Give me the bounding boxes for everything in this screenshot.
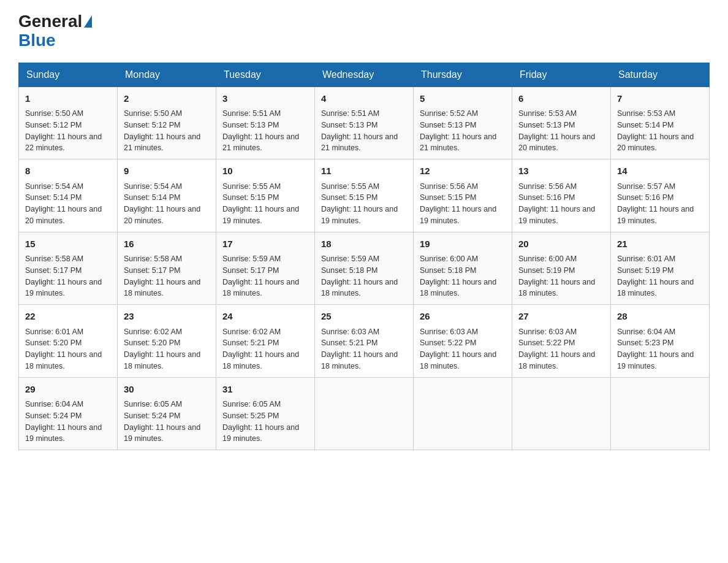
day-number: 21: [617, 237, 703, 251]
calendar-cell: 7Sunrise: 5:53 AMSunset: 5:14 PMDaylight…: [611, 86, 710, 159]
daylight-info: Daylight: 11 hours and 18 minutes.: [420, 278, 496, 298]
daylight-info: Daylight: 11 hours and 18 minutes.: [518, 350, 595, 370]
calendar-cell: 18Sunrise: 5:59 AMSunset: 5:18 PMDayligh…: [315, 232, 414, 305]
daylight-info: Daylight: 11 hours and 20 minutes.: [124, 205, 200, 225]
daylight-info: Daylight: 11 hours and 21 minutes.: [420, 132, 496, 153]
sunrise-info: Sunrise: 6:04 AM: [25, 400, 83, 408]
daylight-info: Daylight: 11 hours and 19 minutes.: [25, 423, 102, 443]
calendar-cell: 9Sunrise: 5:54 AMSunset: 5:14 PMDaylight…: [118, 159, 216, 232]
sunset-info: Sunset: 5:19 PM: [518, 266, 575, 275]
sunset-info: Sunset: 5:24 PM: [25, 412, 82, 420]
day-number: 7: [617, 92, 703, 106]
week-row-1: 1Sunrise: 5:50 AMSunset: 5:12 PMDaylight…: [19, 86, 710, 159]
sunrise-info: Sunrise: 5:54 AM: [25, 182, 83, 191]
calendar-cell: 29Sunrise: 6:04 AMSunset: 5:24 PMDayligh…: [19, 377, 118, 450]
day-number: 5: [420, 92, 506, 106]
calendar-cell: 4Sunrise: 5:51 AMSunset: 5:13 PMDaylight…: [315, 86, 414, 159]
sunrise-info: Sunrise: 5:51 AM: [222, 109, 281, 118]
sunset-info: Sunset: 5:16 PM: [617, 193, 673, 202]
logo: General Blue: [18, 12, 92, 50]
calendar-cell: 22Sunrise: 6:01 AMSunset: 5:20 PMDayligh…: [19, 305, 118, 378]
sunset-info: Sunset: 5:21 PM: [321, 339, 377, 347]
sunrise-info: Sunrise: 6:03 AM: [518, 327, 577, 336]
sunrise-info: Sunrise: 6:01 AM: [25, 327, 83, 336]
calendar-cell: 19Sunrise: 6:00 AMSunset: 5:18 PMDayligh…: [414, 232, 512, 305]
sunset-info: Sunset: 5:20 PM: [25, 339, 82, 347]
daylight-info: Daylight: 11 hours and 18 minutes.: [321, 350, 398, 370]
daylight-info: Daylight: 11 hours and 20 minutes.: [25, 205, 102, 225]
daylight-info: Daylight: 11 hours and 19 minutes.: [420, 205, 496, 225]
daylight-info: Daylight: 11 hours and 19 minutes.: [617, 205, 694, 225]
sunrise-info: Sunrise: 5:59 AM: [321, 255, 379, 263]
calendar-cell: 26Sunrise: 6:03 AMSunset: 5:22 PMDayligh…: [414, 305, 512, 378]
sunset-info: Sunset: 5:15 PM: [222, 193, 279, 202]
daylight-info: Daylight: 11 hours and 21 minutes.: [124, 132, 200, 153]
sunset-info: Sunset: 5:18 PM: [420, 266, 476, 275]
day-number: 24: [222, 310, 308, 324]
sunset-info: Sunset: 5:17 PM: [124, 266, 180, 275]
logo-triangle-icon: [84, 15, 92, 28]
header-wednesday: Wednesday: [315, 63, 414, 86]
sunset-info: Sunset: 5:24 PM: [124, 412, 180, 420]
calendar-cell: [414, 377, 512, 450]
day-number: 16: [124, 237, 210, 251]
calendar-cell: 10Sunrise: 5:55 AMSunset: 5:15 PMDayligh…: [216, 159, 315, 232]
sunset-info: Sunset: 5:22 PM: [518, 339, 575, 347]
calendar-cell: 31Sunrise: 6:05 AMSunset: 5:25 PMDayligh…: [216, 377, 315, 450]
sunrise-info: Sunrise: 5:59 AM: [222, 255, 281, 263]
sunrise-info: Sunrise: 6:03 AM: [420, 327, 478, 336]
day-number: 29: [25, 383, 111, 397]
calendar-cell: 25Sunrise: 6:03 AMSunset: 5:21 PMDayligh…: [315, 305, 414, 378]
daylight-info: Daylight: 11 hours and 18 minutes.: [124, 278, 200, 298]
sunrise-info: Sunrise: 5:57 AM: [617, 182, 675, 191]
daylight-info: Daylight: 11 hours and 18 minutes.: [617, 278, 694, 298]
daylight-info: Daylight: 11 hours and 21 minutes.: [222, 132, 299, 153]
header-sunday: Sunday: [19, 63, 118, 86]
daylight-info: Daylight: 11 hours and 19 minutes.: [222, 205, 299, 225]
calendar-cell: 23Sunrise: 6:02 AMSunset: 5:20 PMDayligh…: [118, 305, 216, 378]
daylight-info: Daylight: 11 hours and 18 minutes.: [518, 278, 595, 298]
calendar-cell: 11Sunrise: 5:55 AMSunset: 5:15 PMDayligh…: [315, 159, 414, 232]
calendar-cell: 6Sunrise: 5:53 AMSunset: 5:13 PMDaylight…: [512, 86, 611, 159]
calendar-cell: 2Sunrise: 5:50 AMSunset: 5:12 PMDaylight…: [118, 86, 216, 159]
day-number: 1: [25, 92, 111, 106]
calendar-cell: 16Sunrise: 5:58 AMSunset: 5:17 PMDayligh…: [118, 232, 216, 305]
header-thursday: Thursday: [414, 63, 512, 86]
sunset-info: Sunset: 5:23 PM: [617, 339, 673, 347]
header-saturday: Saturday: [611, 63, 710, 86]
sunrise-info: Sunrise: 6:03 AM: [321, 327, 379, 336]
day-number: 30: [124, 383, 210, 397]
calendar-cell: [611, 377, 710, 450]
sunset-info: Sunset: 5:25 PM: [222, 412, 279, 420]
header-friday: Friday: [512, 63, 611, 86]
day-number: 25: [321, 310, 407, 324]
calendar-cell: [315, 377, 414, 450]
calendar-cell: 17Sunrise: 5:59 AMSunset: 5:17 PMDayligh…: [216, 232, 315, 305]
calendar-cell: 3Sunrise: 5:51 AMSunset: 5:13 PMDaylight…: [216, 86, 315, 159]
sunrise-info: Sunrise: 6:05 AM: [222, 400, 281, 408]
sunset-info: Sunset: 5:12 PM: [124, 121, 180, 129]
sunset-info: Sunset: 5:12 PM: [25, 121, 82, 129]
header-row: SundayMondayTuesdayWednesdayThursdayFrid…: [19, 63, 710, 86]
sunrise-info: Sunrise: 5:56 AM: [518, 182, 577, 191]
sunset-info: Sunset: 5:18 PM: [321, 266, 377, 275]
daylight-info: Daylight: 11 hours and 19 minutes.: [321, 205, 398, 225]
calendar-cell: 27Sunrise: 6:03 AMSunset: 5:22 PMDayligh…: [512, 305, 611, 378]
sunset-info: Sunset: 5:16 PM: [518, 193, 575, 202]
calendar-cell: 24Sunrise: 6:02 AMSunset: 5:21 PMDayligh…: [216, 305, 315, 378]
day-number: 12: [420, 164, 506, 178]
day-number: 8: [25, 164, 111, 178]
daylight-info: Daylight: 11 hours and 18 minutes.: [420, 350, 496, 370]
sunrise-info: Sunrise: 6:00 AM: [420, 255, 478, 263]
sunrise-info: Sunrise: 5:58 AM: [124, 255, 182, 263]
daylight-info: Daylight: 11 hours and 18 minutes.: [25, 350, 102, 370]
sunrise-info: Sunrise: 5:55 AM: [222, 182, 281, 191]
sunrise-info: Sunrise: 5:50 AM: [25, 109, 83, 118]
day-number: 28: [617, 310, 703, 324]
daylight-info: Daylight: 11 hours and 19 minutes.: [25, 278, 102, 298]
daylight-info: Daylight: 11 hours and 20 minutes.: [518, 132, 595, 153]
sunset-info: Sunset: 5:17 PM: [25, 266, 82, 275]
day-number: 23: [124, 310, 210, 324]
daylight-info: Daylight: 11 hours and 19 minutes.: [222, 423, 299, 443]
calendar-cell: [512, 377, 611, 450]
